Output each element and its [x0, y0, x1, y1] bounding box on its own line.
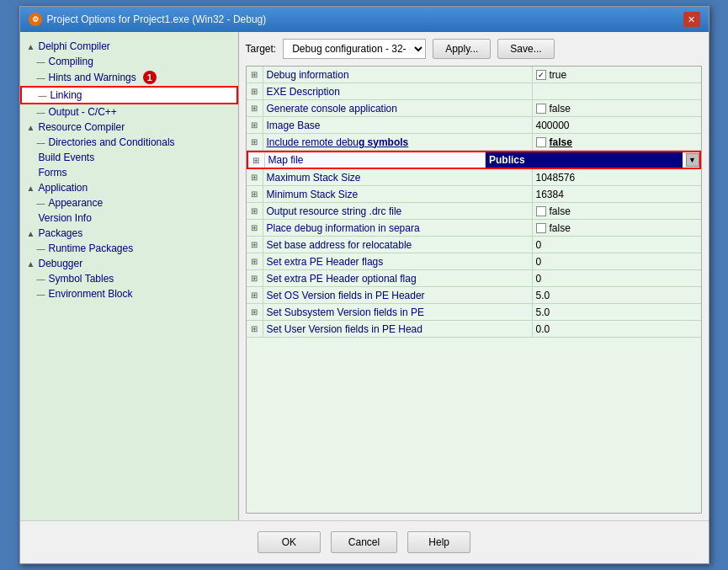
dash-icon: — — [37, 138, 45, 147]
checkbox-icon[interactable] — [536, 137, 546, 147]
properties-table: ⊞ Debug information ✓ true ⊞ EXE Descrip… — [246, 66, 702, 514]
sidebar-item-label: Version Info — [39, 212, 92, 224]
sidebar-item-output-cpp[interactable]: — Output - C/C++ — [20, 104, 238, 120]
prop-value: false — [533, 134, 701, 150]
sidebar-item-directories[interactable]: — Directories and Conditionals — [20, 135, 238, 150]
help-button[interactable]: Help — [407, 531, 470, 553]
expand-icon[interactable]: ⊞ — [247, 220, 263, 236]
expand-icon[interactable]: ⊞ — [247, 67, 263, 83]
prop-row-debug-info[interactable]: ⊞ Debug information ✓ true — [247, 67, 701, 83]
sidebar-item-label: Application — [39, 182, 88, 194]
prop-row-map-file[interactable]: ⊞ Map file Publics ▼ — [247, 151, 701, 169]
expand-icon[interactable]: ⊞ — [247, 100, 263, 116]
sidebar-item-label: Compiling — [49, 56, 93, 67]
sidebar-item-build-events[interactable]: Build Events — [20, 150, 238, 165]
target-select[interactable]: Debug configuration - 32- — [283, 39, 426, 59]
prop-row-min-stack[interactable]: ⊞ Minimum Stack Size 16384 — [247, 186, 701, 203]
sidebar-item-linking[interactable]: — Linking — [20, 86, 238, 104]
sidebar-item-label: Linking — [50, 89, 82, 101]
title-bar: ⚙ Project Options for Project1.exe (Win3… — [20, 7, 709, 32]
apply-button[interactable]: Apply... — [433, 39, 491, 59]
save-button[interactable]: Save... — [497, 39, 554, 59]
map-dropdown-button[interactable]: ▼ — [686, 153, 699, 167]
prop-row-remote-debug[interactable]: ⊞ Include remote debug symbols false — [247, 134, 701, 151]
dash-icon: — — [37, 108, 45, 117]
prop-name: Set User Version fields in PE Head — [263, 321, 533, 337]
sidebar-item-label: Resource Compiler — [39, 121, 125, 133]
dash-icon: — — [37, 199, 45, 208]
expand-icon[interactable]: ⊞ — [247, 134, 263, 150]
sidebar-item-label: Hints and Warnings — [49, 72, 136, 83]
checkbox-icon[interactable] — [536, 104, 546, 114]
sidebar-item-version-info[interactable]: Version Info — [20, 210, 238, 226]
sidebar-item-environment-block[interactable]: — Environment Block — [20, 286, 238, 301]
prop-name: Generate console application — [263, 100, 533, 116]
expand-icon[interactable]: ⊞ — [247, 186, 263, 202]
prop-row-exe-desc[interactable]: ⊞ EXE Description — [247, 83, 701, 100]
expand-icon[interactable]: ⊞ — [247, 203, 263, 219]
prop-value: 1048576 — [533, 169, 701, 185]
prop-row-pe-optional[interactable]: ⊞ Set extra PE Header optional flag 0 — [247, 270, 701, 287]
prop-row-subsystem-version[interactable]: ⊞ Set Subsystem Version fields in PE 5.0 — [247, 304, 701, 321]
ok-button[interactable]: OK — [258, 531, 321, 553]
sidebar-item-application[interactable]: ▲ Application — [20, 180, 238, 195]
expand-icon[interactable]: ⊞ — [247, 270, 263, 286]
sidebar-item-appearance[interactable]: — Appearance — [20, 195, 238, 210]
checkbox-icon[interactable] — [536, 206, 546, 216]
close-button[interactable]: ✕ — [683, 12, 700, 27]
prop-row-debug-separate[interactable]: ⊞ Place debug information in separa fals… — [247, 220, 701, 237]
expand-icon[interactable]: ⊞ — [247, 253, 263, 269]
app-icon: ⚙ — [29, 13, 42, 26]
main-window: ⚙ Project Options for Project1.exe (Win3… — [19, 6, 709, 564]
expand-icon: ▲ — [27, 184, 35, 193]
expand-icon[interactable]: ⊞ — [247, 321, 263, 337]
prop-row-image-base[interactable]: ⊞ Image Base 400000 2 — [247, 117, 701, 134]
prop-value: 0.0 — [533, 321, 701, 337]
sidebar-item-label: Runtime Packages — [49, 242, 134, 254]
prop-row-pe-flags[interactable]: ⊞ Set extra PE Header flags 0 — [247, 253, 701, 270]
prop-row-console-app[interactable]: ⊞ Generate console application false — [247, 100, 701, 117]
bottom-bar: OK Cancel Help — [20, 520, 709, 563]
sidebar-item-label: Delphi Compiler — [39, 40, 110, 52]
sidebar-item-compiling[interactable]: — Compiling — [20, 54, 238, 69]
sidebar-item-runtime-packages[interactable]: — Runtime Packages — [20, 241, 238, 256]
sidebar-item-delphi-compiler[interactable]: ▲ Delphi Compiler — [20, 39, 238, 54]
prop-value-text: 5.0 — [536, 290, 550, 301]
prop-name: Set Subsystem Version fields in PE — [263, 304, 533, 320]
prop-row-user-version[interactable]: ⊞ Set User Version fields in PE Head 0.0 — [247, 321, 701, 338]
prop-value: 5.0 — [533, 287, 701, 303]
sidebar: ▲ Delphi Compiler — Compiling — Hints an… — [20, 32, 239, 520]
sidebar-item-resource-compiler[interactable]: ▲ Resource Compiler — [20, 120, 238, 135]
expand-icon[interactable]: ⊞ — [247, 304, 263, 320]
prop-row-max-stack[interactable]: ⊞ Maximum Stack Size 1048576 — [247, 169, 701, 186]
prop-value-text: 0 — [536, 256, 542, 268]
target-dropdown[interactable]: Debug configuration - 32- — [283, 39, 426, 59]
sidebar-item-label: Debugger — [39, 258, 83, 269]
expand-icon[interactable]: ⊞ — [248, 152, 265, 168]
sidebar-item-debugger[interactable]: ▲ Debugger — [20, 256, 238, 271]
prop-row-drc-file[interactable]: ⊞ Output resource string .drc file false — [247, 203, 701, 220]
checkbox-icon[interactable] — [536, 223, 546, 233]
prop-row-base-addr[interactable]: ⊞ Set base address for relocatable 0 — [247, 237, 701, 253]
expand-icon[interactable]: ⊞ — [247, 237, 263, 253]
checkbox-icon[interactable]: ✓ — [536, 70, 546, 80]
prop-name: Include remote debug symbols — [263, 134, 533, 150]
expand-icon[interactable]: ⊞ — [247, 83, 263, 99]
prop-row-os-version[interactable]: ⊞ Set OS Version fields in PE Header 5.0 — [247, 287, 701, 304]
prop-value-text: 0.0 — [536, 323, 550, 335]
expand-icon[interactable]: ⊞ — [247, 169, 263, 185]
sidebar-item-label: Forms — [39, 167, 67, 178]
prop-value: 0 — [533, 270, 701, 286]
dash-icon: — — [37, 244, 45, 253]
expand-icon[interactable]: ⊞ — [247, 117, 263, 133]
prop-name: EXE Description — [263, 83, 533, 99]
sidebar-item-packages[interactable]: ▲ Packages — [20, 226, 238, 241]
expand-icon[interactable]: ⊞ — [247, 287, 263, 303]
expand-icon: ▲ — [27, 42, 35, 51]
sidebar-item-symbol-tables[interactable]: — Symbol Tables — [20, 271, 238, 286]
sidebar-item-forms[interactable]: Forms — [20, 165, 238, 180]
cancel-button[interactable]: Cancel — [331, 531, 397, 553]
sidebar-item-hints-warnings[interactable]: — Hints and Warnings 1 — [20, 69, 238, 86]
map-file-value: Publics — [486, 152, 683, 168]
expand-icon: ▲ — [27, 123, 35, 132]
